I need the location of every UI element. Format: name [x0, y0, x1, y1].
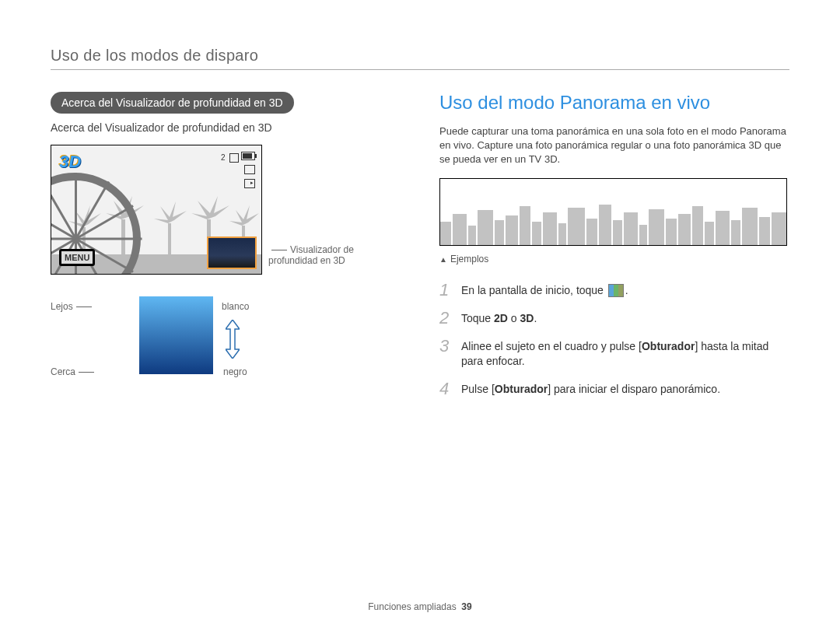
label-cerca: Cerca [51, 366, 75, 377]
right-column: Uso del modo Panorama en vivo Puede capt… [439, 92, 789, 408]
battery-icon [241, 152, 255, 160]
step-number: 4 [439, 380, 457, 398]
svg-rect-30 [772, 212, 786, 245]
svg-rect-19 [624, 212, 638, 245]
step-number: 1 [439, 282, 457, 299]
svg-rect-16 [586, 219, 597, 245]
3d-logo-icon: 3D [59, 152, 81, 172]
step-3: 3 Alinee el sujeto en el cuadro y pulse … [439, 338, 789, 370]
svg-rect-28 [742, 208, 758, 245]
svg-rect-8 [478, 210, 493, 245]
label-blanco: blanco [222, 301, 249, 312]
depth-gradient-diagram: Lejos Cerca blanco negro [51, 296, 284, 390]
shot-count: 2 [221, 153, 226, 162]
triangle-up-icon: ▲ [439, 255, 447, 264]
svg-rect-10 [506, 215, 518, 245]
step-number: 2 [439, 310, 457, 327]
svg-rect-17 [599, 205, 611, 245]
gradient-swatch [139, 296, 213, 374]
pill-heading: Acerca del Visualizador de profundidad e… [51, 92, 294, 114]
svg-rect-25 [705, 222, 714, 245]
panorama-example-image [439, 178, 787, 246]
svg-rect-22 [666, 219, 677, 245]
intro-paragraph: Puede capturar una toma panorámica en un… [439, 124, 789, 167]
depth-viewer-thumbnail [207, 236, 257, 269]
page-footer: Funciones ampliadas 39 [0, 601, 840, 612]
svg-rect-21 [649, 209, 664, 245]
svg-rect-5 [440, 222, 451, 245]
svg-rect-24 [692, 206, 703, 245]
examples-caption: ▲Ejemplos [439, 254, 789, 264]
subheading: Acerca del Visualizador de profundidad e… [51, 121, 393, 134]
menu-badge: MENU [59, 249, 95, 266]
page-header: Uso de los modos de disparo [51, 47, 789, 70]
svg-rect-14 [558, 223, 566, 245]
annotation-depth-viewer: Visualizador de profundidad en 3D [268, 244, 393, 266]
svg-rect-18 [613, 220, 622, 245]
svg-rect-27 [731, 220, 740, 245]
label-lejos: Lejos [51, 301, 73, 312]
svg-rect-20 [639, 225, 647, 245]
section-title: Uso del modo Panorama en vivo [439, 92, 789, 114]
svg-rect-26 [716, 211, 730, 245]
steps-list: 1 En la pantalla de inicio, toque . 2 To… [439, 282, 789, 398]
svg-rect-6 [453, 214, 467, 245]
step-1: 1 En la pantalla de inicio, toque . [439, 282, 789, 299]
step-2: 2 Toque 2D o 3D. [439, 310, 789, 327]
svg-rect-11 [520, 206, 530, 245]
svg-rect-7 [468, 226, 476, 245]
svg-rect-23 [678, 214, 691, 245]
left-column: Acerca del Visualizador de profundidad e… [51, 92, 393, 408]
bidirectional-arrow-icon [226, 320, 240, 359]
svg-rect-9 [495, 220, 504, 245]
panorama-mode-icon [608, 284, 624, 297]
svg-rect-15 [568, 208, 585, 245]
svg-rect-13 [543, 212, 557, 245]
status-indicators: 2 ▸ [221, 152, 255, 191]
svg-rect-12 [532, 222, 541, 245]
camera-preview: 3D 2 ▸ MENU [51, 145, 262, 275]
svg-rect-29 [759, 217, 770, 245]
step-number: 3 [439, 338, 457, 355]
step-4: 4 Pulse [Obturador] para iniciar el disp… [439, 380, 789, 398]
label-negro: negro [223, 366, 247, 377]
